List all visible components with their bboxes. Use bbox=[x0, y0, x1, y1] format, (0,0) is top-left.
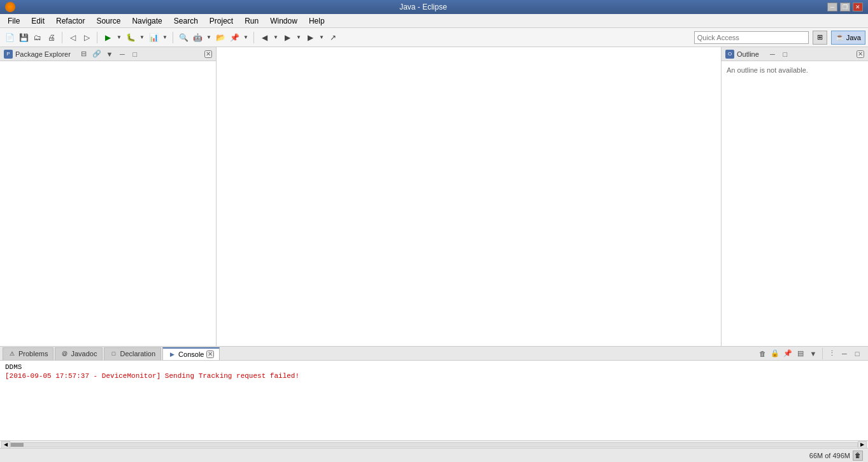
menu-project[interactable]: Project bbox=[204, 15, 238, 27]
heap-label: 66M of 496M bbox=[809, 452, 850, 459]
menu-file[interactable]: File bbox=[3, 15, 25, 27]
outline-title: Outline bbox=[737, 50, 759, 58]
editor-area[interactable] bbox=[217, 47, 721, 346]
console-icon: ▶ bbox=[168, 350, 176, 358]
maximize-panel-button[interactable]: □ bbox=[129, 48, 141, 60]
console-minimize-button[interactable]: ─ bbox=[839, 348, 850, 359]
minimize-button[interactable]: ─ bbox=[827, 3, 837, 11]
heap-status: 66M of 496M 🗑 bbox=[809, 451, 863, 461]
declaration-tab[interactable]: □ Declaration bbox=[104, 347, 161, 360]
view-menu-button[interactable]: ▼ bbox=[104, 48, 115, 60]
run-dropdown[interactable]: ▼ bbox=[115, 31, 124, 45]
sep5 bbox=[822, 348, 823, 359]
fwd2-dropdown[interactable]: ▼ bbox=[317, 31, 326, 45]
new-button[interactable]: 📄 bbox=[3, 31, 17, 45]
menu-edit[interactable]: Edit bbox=[26, 15, 50, 27]
scroll-left-button[interactable]: ◀ bbox=[1, 441, 10, 449]
close-button[interactable]: ✕ bbox=[853, 3, 863, 11]
coverage-dropdown[interactable]: ▼ bbox=[160, 31, 169, 45]
file-toolbar-group: 📄 💾 🗂 🖨 bbox=[3, 31, 59, 45]
close-outline-button[interactable]: ✕ bbox=[857, 50, 864, 58]
sep1 bbox=[62, 32, 62, 43]
console-display-button[interactable]: ▤ bbox=[795, 348, 806, 359]
package-explorer-title: Package Explorer bbox=[15, 50, 71, 58]
forward-dropdown[interactable]: ▼ bbox=[294, 31, 303, 45]
hscroll-track[interactable] bbox=[10, 442, 858, 447]
console-error-message: [2016-09-05 17:57:37 - DeviceMonitor] Se… bbox=[5, 372, 863, 380]
link-editor-button[interactable]: 🔗 bbox=[91, 48, 103, 60]
menu-run[interactable]: Run bbox=[239, 15, 264, 27]
outline-maximize-button[interactable]: □ bbox=[779, 48, 791, 60]
gc-button[interactable]: 🗑 bbox=[853, 451, 863, 461]
quick-access-input[interactable] bbox=[694, 31, 809, 44]
pin-dropdown[interactable]: ▼ bbox=[241, 31, 250, 45]
menu-search[interactable]: Search bbox=[169, 15, 203, 27]
console-title: DDMS bbox=[5, 363, 863, 371]
run-button[interactable]: ▶ bbox=[101, 31, 115, 45]
print-button[interactable]: 🖨 bbox=[45, 31, 59, 45]
next-button[interactable]: ▷ bbox=[80, 31, 94, 45]
java-perspective-button[interactable]: ☕ Java bbox=[831, 31, 865, 45]
debug-button[interactable]: 🐛 bbox=[124, 31, 138, 45]
status-bar: 66M of 496M 🗑 bbox=[0, 448, 868, 462]
problems-tab[interactable]: ⚠ Problems bbox=[3, 347, 53, 360]
menu-bar: File Edit Refactor Source Navigate Searc… bbox=[0, 14, 868, 28]
close-console-tab-button[interactable]: ✕ bbox=[206, 350, 214, 358]
coverage-button[interactable]: 📊 bbox=[146, 31, 160, 45]
forward-button[interactable]: ▶ bbox=[280, 31, 294, 45]
external-button[interactable]: ↗ bbox=[326, 31, 340, 45]
save-button[interactable]: 💾 bbox=[17, 31, 31, 45]
pin-button[interactable]: 📌 bbox=[227, 31, 241, 45]
nav-toolbar-group: ◀ ▼ ▶ ▼ ▶ ▼ ↗ bbox=[257, 31, 340, 45]
open-type-button[interactable]: 📂 bbox=[213, 31, 227, 45]
minimize-panel-button[interactable]: ─ bbox=[117, 48, 128, 60]
console-maximize-button[interactable]: □ bbox=[851, 348, 863, 359]
close-package-explorer-button[interactable]: ✕ bbox=[204, 50, 212, 58]
java-perspective-label: Java bbox=[846, 34, 861, 41]
console-pin-button[interactable]: 📌 bbox=[782, 348, 793, 359]
package-explorer-toolbar: ⊟ 🔗 ▼ ─ □ bbox=[76, 48, 143, 60]
menu-window[interactable]: Window bbox=[265, 15, 302, 27]
android-button[interactable]: 🤖 bbox=[190, 31, 204, 45]
java-perspective-icon: ☕ bbox=[836, 33, 844, 41]
android-dropdown[interactable]: ▼ bbox=[204, 31, 213, 45]
menu-refactor[interactable]: Refactor bbox=[51, 15, 90, 27]
debug-dropdown[interactable]: ▼ bbox=[138, 31, 146, 45]
history-toolbar-group: ◁ ▷ bbox=[66, 31, 94, 45]
toolbar: 📄 💾 🗂 🖨 ◁ ▷ ▶ ▼ 🐛 ▼ 📊 ▼ 🔍 🤖 ▼ 📂 📌 ▼ ◀ ▼ … bbox=[0, 28, 868, 47]
menu-help[interactable]: Help bbox=[304, 15, 330, 27]
open-perspective-button[interactable]: ⊞ bbox=[813, 31, 827, 45]
console-clear-button[interactable]: 🗑 bbox=[757, 348, 768, 359]
back-dropdown[interactable]: ▼ bbox=[271, 31, 280, 45]
restore-button[interactable]: ❐ bbox=[840, 3, 850, 11]
tools-toolbar-group: 🔍 🤖 ▼ 📂 📌 ▼ bbox=[176, 31, 250, 45]
sep3 bbox=[173, 32, 173, 43]
problems-icon: ⚠ bbox=[8, 350, 16, 357]
console-dropdown[interactable]: ▼ bbox=[808, 348, 819, 359]
collapse-all-button[interactable]: ⊟ bbox=[78, 48, 90, 60]
console-options-button[interactable]: ⋮ bbox=[826, 348, 837, 359]
window-controls: ─ ❐ ✕ bbox=[827, 3, 863, 11]
menu-navigate[interactable]: Navigate bbox=[127, 15, 167, 27]
sep2 bbox=[97, 32, 97, 43]
fwd2-button[interactable]: ▶ bbox=[303, 31, 317, 45]
content-area: P Package Explorer ⊟ 🔗 ▼ ─ □ ✕ O Outline… bbox=[0, 47, 868, 346]
back-button[interactable]: ◀ bbox=[257, 31, 271, 45]
console-tab[interactable]: ▶ Console ✕ bbox=[162, 347, 220, 360]
javadoc-label: Javadoc bbox=[71, 350, 97, 357]
package-explorer-icon: P bbox=[4, 50, 13, 59]
bottom-area: ⚠ Problems @ Javadoc □ Declaration ▶ Con… bbox=[0, 346, 868, 448]
menu-source[interactable]: Source bbox=[91, 15, 125, 27]
problems-label: Problems bbox=[18, 350, 48, 357]
bottom-toolbar: 🗑 🔒 📌 ▤ ▼ ⋮ ─ □ bbox=[757, 348, 865, 359]
console-scroll-lock-button[interactable]: 🔒 bbox=[769, 348, 781, 359]
outline-minimize-button[interactable]: ─ bbox=[767, 48, 778, 60]
javadoc-tab[interactable]: @ Javadoc bbox=[55, 347, 103, 360]
sep4 bbox=[253, 32, 254, 43]
run-toolbar-group: ▶ ▼ 🐛 ▼ 📊 ▼ bbox=[101, 31, 169, 45]
previous-button[interactable]: ◁ bbox=[66, 31, 80, 45]
outline-toolbar: ─ □ bbox=[764, 48, 793, 60]
scroll-right-button[interactable]: ▶ bbox=[858, 441, 867, 449]
search-toolbar-button[interactable]: 🔍 bbox=[176, 31, 190, 45]
save-all-button[interactable]: 🗂 bbox=[31, 31, 45, 45]
